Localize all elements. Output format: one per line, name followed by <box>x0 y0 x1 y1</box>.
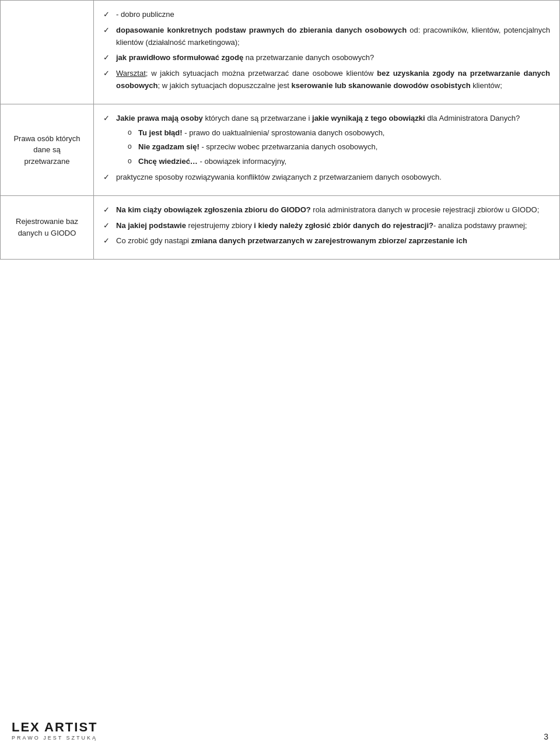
sub-item-text: Tu jest błąd! - prawo do uaktualnienia/ … <box>138 128 384 137</box>
left-cell-top <box>1 1 94 104</box>
list-item: praktyczne sposoby rozwiązywania konflik… <box>103 171 550 184</box>
sub-list-item: Nie zgadzam się! - sprzeciw wobec przetw… <box>128 141 550 153</box>
right-cell-top: - dobro publiczne dopasowanie konkretnyc… <box>94 1 560 104</box>
list-item: - dobro publiczne <box>103 9 550 21</box>
check-list-bottom: Na kim ciąży obowiązek zgłoszenia zbioru… <box>103 204 550 247</box>
page-number: 3 <box>544 732 548 741</box>
item-text: dopasowanie konkretnych podstaw prawnych… <box>116 26 550 47</box>
left-cell-bottom: Rejestrowanie baz danych u GIODO <box>1 195 94 259</box>
check-list-top: - dobro publiczne dopasowanie konkretnyc… <box>103 9 550 92</box>
list-item: Co zrobić gdy nastąpi zmiana danych prze… <box>103 235 550 247</box>
item-text: Warsztat; w jakich sytuacjach można prze… <box>116 69 550 90</box>
left-label-bottom: Rejestrowanie baz danych u GIODO <box>16 217 78 237</box>
brand-name: LEX ARTIST <box>12 720 98 735</box>
left-cell-middle: Prawa osób których dane są przetwarzane <box>1 104 94 195</box>
item-text: Co zrobić gdy nastąpi zmiana danych prze… <box>116 236 467 245</box>
left-label-middle: Prawa osób których dane są przetwarzane <box>13 134 80 166</box>
sub-list-item: Chcę wiedzieć… - obowiązek informacyjny, <box>128 156 550 168</box>
sub-item-text: Chcę wiedzieć… - obowiązek informacyjny, <box>138 157 286 166</box>
brand-subtitle: PRAWO JEST SZTUKĄ <box>12 735 98 741</box>
list-item: Na kim ciąży obowiązek zgłoszenia zbioru… <box>103 204 550 216</box>
check-list-middle: Jakie prawa mają osoby których dane są p… <box>103 113 550 184</box>
item-text: Na jakiej podstawie rejestrujemy zbiory … <box>116 221 527 230</box>
right-cell-bottom: Na kim ciąży obowiązek zgłoszenia zbioru… <box>94 195 560 259</box>
sub-list: Tu jest błąd! - prawo do uaktualnienia/ … <box>128 127 550 168</box>
item-text: - dobro publiczne <box>116 10 174 19</box>
right-cell-middle: Jakie prawa mają osoby których dane są p… <box>94 104 560 195</box>
main-table: - dobro publiczne dopasowanie konkretnyc… <box>0 0 560 260</box>
sub-list-item: Tu jest błąd! - prawo do uaktualnienia/ … <box>128 127 550 139</box>
footer-logo: LEX ARTIST PRAWO JEST SZTUKĄ <box>12 720 98 741</box>
page-wrapper: - dobro publiczne dopasowanie konkretnyc… <box>0 0 560 753</box>
item-text: praktyczne sposoby rozwiązywania konflik… <box>116 173 442 181</box>
item-text: Jakie prawa mają osoby których dane są p… <box>116 114 520 122</box>
table-row: - dobro publiczne dopasowanie konkretnyc… <box>1 1 560 104</box>
item-text: Na kim ciąży obowiązek zgłoszenia zbioru… <box>116 205 539 214</box>
table-row: Rejestrowanie baz danych u GIODO Na kim … <box>1 195 560 259</box>
list-item: Jakie prawa mają osoby których dane są p… <box>103 113 550 168</box>
list-item: jak prawidłowo sformułować zgodę na prze… <box>103 52 550 64</box>
list-item: dopasowanie konkretnych podstaw prawnych… <box>103 24 550 49</box>
list-item: Warsztat; w jakich sytuacjach można prze… <box>103 68 550 92</box>
sub-item-text: Nie zgadzam się! - sprzeciw wobec przetw… <box>138 142 377 151</box>
list-item: Na jakiej podstawie rejestrujemy zbiory … <box>103 220 550 232</box>
footer: LEX ARTIST PRAWO JEST SZTUKĄ 3 <box>12 720 548 741</box>
table-row: Prawa osób których dane są przetwarzane … <box>1 104 560 195</box>
item-text: jak prawidłowo sformułować zgodę na prze… <box>116 53 374 62</box>
